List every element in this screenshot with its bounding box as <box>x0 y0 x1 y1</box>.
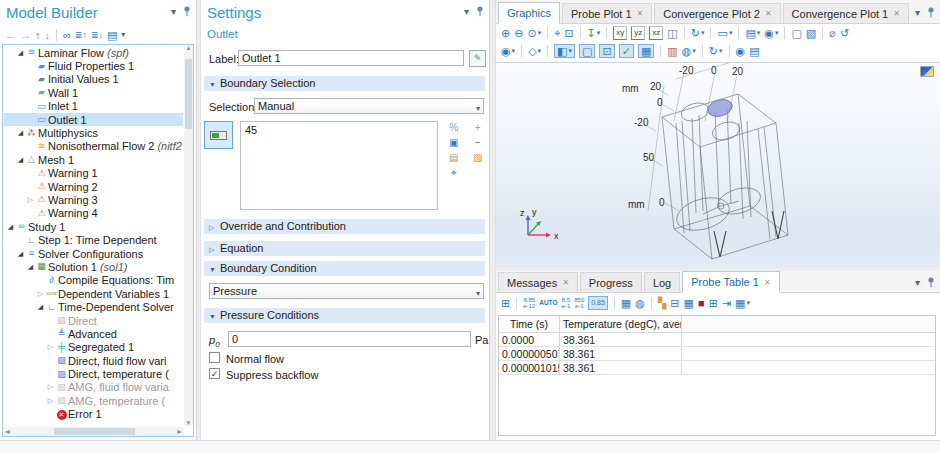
appearance-icon[interactable]: ◧▾ <box>554 44 575 58</box>
pin-icon[interactable] <box>927 277 935 288</box>
tree-item-direct[interactable]: ▨Direct <box>4 314 183 327</box>
close-icon[interactable]: ✕ <box>562 278 569 287</box>
print-icon[interactable]: ▤▾ <box>745 27 760 39</box>
precision-auto-icon[interactable]: AUTO <box>539 297 557 309</box>
add-to-selection-icon[interactable]: + <box>473 122 482 133</box>
tree-item-dependent-variables-1[interactable]: ▷uvwDependent Variables 1 <box>4 287 183 300</box>
zoom-out-icon[interactable]: ⊖ <box>514 27 523 39</box>
clear-table-icon[interactable]: ▚ <box>658 297 666 309</box>
go-forward-icon[interactable]: → <box>20 29 31 41</box>
scroll-right-icon[interactable]: ► <box>176 427 183 436</box>
tree-item-solver-configurations[interactable]: ◢≡Solver Configurations <box>4 247 183 260</box>
precision-scientific-icon[interactable]: 8.85e-12 <box>523 297 535 309</box>
grid-toggle-icon[interactable]: ▦ <box>638 44 654 58</box>
tree-item-warning-4[interactable]: ⚠Warning 4 <box>4 207 183 220</box>
tree-item-time-dependent-solver[interactable]: ◢∟Time-Dependent Solver <box>4 300 183 313</box>
default-view-icon[interactable]: ↧▾ <box>587 27 601 39</box>
expand-icon[interactable]: ▷ <box>46 397 55 405</box>
create-selection-icon[interactable]: % <box>449 122 458 133</box>
p0-input[interactable] <box>228 331 471 347</box>
collapse-icon[interactable]: ◢ <box>26 263 35 271</box>
normal-flow-checkbox[interactable] <box>209 352 220 363</box>
close-icon[interactable]: ✕ <box>893 9 900 18</box>
collapse-icon[interactable]: ◢ <box>16 156 25 164</box>
collapse-icon[interactable]: ◢ <box>6 223 15 231</box>
scroll-down-icon[interactable]: ▼ <box>184 420 193 426</box>
panel-menu-icon[interactable]: ▾ <box>915 278 920 288</box>
tab-probe-plot-1[interactable]: Probe Plot 1✕ <box>562 3 652 23</box>
unit-system-icon[interactable]: ◍ <box>635 297 645 309</box>
remove-from-selection-icon[interactable]: − <box>473 137 482 148</box>
active-selection-toggle-button[interactable] <box>204 121 233 149</box>
boundary-selection-section-header[interactable]: ▼Boundary Selection <box>204 76 485 91</box>
tree-item-warning-3[interactable]: ▷⚠Warning 3 <box>4 193 183 206</box>
select-brush-icon[interactable]: ▨ <box>473 152 482 163</box>
collapse-icon[interactable]: ◢ <box>16 129 25 137</box>
copy-selection-icon[interactable]: ▣ <box>449 137 458 148</box>
table-color-icon[interactable]: ■ <box>698 297 705 309</box>
edit-label-button[interactable]: ✎ <box>469 50 486 67</box>
tree-item-mesh-1[interactable]: ◢△Mesh 1 <box>4 153 183 166</box>
override-section-header[interactable]: ▷Override and Contribution <box>204 219 485 234</box>
tab-messages[interactable]: Messages✕ <box>498 272 578 292</box>
toolbar-menu-icon[interactable]: ▾ <box>121 29 125 41</box>
collapse-icon[interactable]: ◢ <box>36 303 45 311</box>
tree-item-nonisothermal-flow-2[interactable]: ≋Nonisothermal Flow 2 (nitf2 <box>4 140 183 153</box>
label-input[interactable] <box>238 50 464 66</box>
tab-progress[interactable]: Progress <box>580 272 642 292</box>
column-header[interactable] <box>682 316 935 332</box>
expand-icon[interactable]: ▷ <box>36 290 45 298</box>
pin-icon[interactable] <box>476 6 484 17</box>
selection-combobox[interactable]: Manual ▾ <box>254 98 484 114</box>
column-header[interactable]: Time (s) <box>499 316 560 332</box>
zoom-selected-icon[interactable]: ⊡ <box>564 27 573 39</box>
selection-toggle-icon[interactable]: ✓ <box>619 44 634 58</box>
wireframe-toggle-icon[interactable]: ▢ <box>579 44 595 58</box>
outline-toggle-icon[interactable]: ⊡ <box>599 44 614 58</box>
rotate-view-icon[interactable]: ↻▾ <box>691 27 705 39</box>
expand-icon[interactable]: ▷ <box>46 383 55 391</box>
tab-log[interactable]: Log <box>644 272 680 292</box>
show-options-icon[interactable]: ∞ <box>63 29 71 41</box>
environment-icon[interactable]: ↻▾ <box>709 45 723 57</box>
tree-item-inlet-1[interactable]: ▭Inlet 1 <box>4 100 183 113</box>
snapshot-icon[interactable]: ◉ <box>736 45 746 57</box>
panel-menu-icon[interactable]: ▾ <box>464 7 469 17</box>
collapse-icon[interactable]: ◢ <box>16 49 25 57</box>
image-export-icon[interactable]: ◉▾ <box>764 27 778 39</box>
tree-item-initial-values-1[interactable]: ▰Initial Values 1 <box>4 73 183 86</box>
pressure-conditions-section-header[interactable]: ▼Pressure Conditions <box>204 308 485 323</box>
graphics-canvas[interactable]: z y x -20020mm200-2050mm0 <box>496 62 940 268</box>
tree-vertical-scrollbar[interactable]: ▲ ▼ <box>184 45 193 426</box>
deselect-box-icon[interactable]: ▧ <box>806 27 816 39</box>
view-xy-icon[interactable]: xy <box>613 26 627 40</box>
column-header[interactable]: Temperature (degC), average <box>560 316 682 332</box>
paste-selection-icon[interactable]: ▤ <box>449 152 458 163</box>
tree-item-wall-1[interactable]: ▰Wall 1 <box>4 86 183 99</box>
hide-selected-icon[interactable]: ⌀ <box>829 27 836 39</box>
equation-section-header[interactable]: ▷Equation <box>204 241 485 256</box>
tree-item-amg-temperature-[interactable]: ▷▧AMG, temperature ( <box>4 394 183 407</box>
tab-convergence-plot-1[interactable]: Convergence Plot 1✕ <box>783 3 909 23</box>
view-yz-icon[interactable]: yz <box>631 26 645 40</box>
selection-list-item[interactable]: 45 <box>245 124 257 136</box>
tree-item-solution-1[interactable]: ◢▦Solution 1 (sol1) <box>4 260 183 273</box>
tree-item-multiphysics[interactable]: ◢⁂Multiphysics <box>4 126 183 139</box>
table-row[interactable]: 0.000001015338.361 <box>499 361 935 375</box>
tree-item-compile-equations-tim[interactable]: ∂Compile Equations: Tim <box>4 274 183 287</box>
plot-thumbnail-icon[interactable] <box>920 66 934 77</box>
close-icon[interactable]: ✕ <box>765 9 772 18</box>
scroll-up-icon[interactable]: ▲ <box>184 45 193 51</box>
projection-icon[interactable]: ◫ <box>667 27 677 39</box>
selection-list[interactable]: 45 <box>240 121 438 210</box>
tab-graphics[interactable]: Graphics <box>498 2 560 24</box>
table-row[interactable]: 0.000038.361 <box>499 333 935 347</box>
scene-settings-icon[interactable]: ▭▾ <box>717 27 732 39</box>
tab-probe-table-1[interactable]: Probe Table 1✕ <box>682 271 779 293</box>
tree-item-amg-fluid-flow-varia[interactable]: ▷▧AMG, fluid flow varia <box>4 381 183 394</box>
go-to-view-icon[interactable]: ◇▾ <box>528 45 541 57</box>
expand-icon[interactable]: ▷ <box>26 196 35 204</box>
table-row[interactable]: 0.0000005076338.361 <box>499 347 935 361</box>
panel-menu-icon[interactable]: ▾ <box>915 8 920 18</box>
export-table-icon[interactable]: ⇥ <box>722 297 731 309</box>
